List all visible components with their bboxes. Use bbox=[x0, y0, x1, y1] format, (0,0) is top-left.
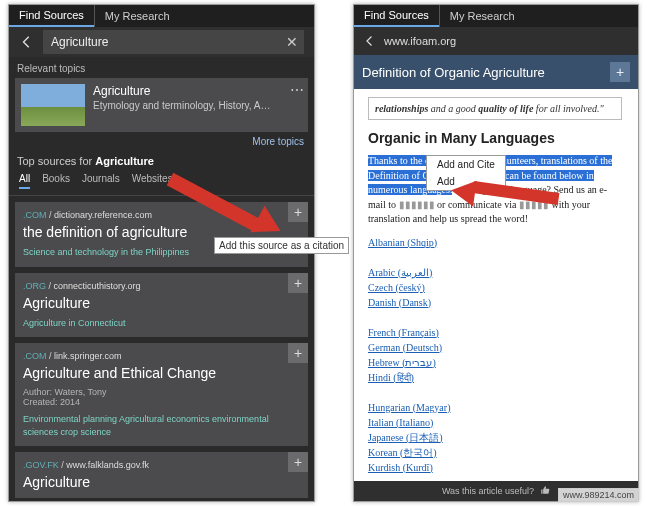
tab-find-sources[interactable]: Find Sources bbox=[354, 5, 439, 27]
tab-bar: Find Sources My Research bbox=[9, 5, 314, 27]
topic-title: Agriculture bbox=[93, 84, 273, 98]
lang-link[interactable]: Czech (český) bbox=[368, 282, 425, 293]
back-icon[interactable] bbox=[15, 30, 39, 54]
lang-link[interactable]: Danish (Dansk) bbox=[368, 297, 431, 308]
source-title: Agriculture bbox=[23, 474, 300, 490]
source-title: Agriculture and Ethical Change bbox=[23, 365, 300, 381]
filter-websites[interactable]: Websites bbox=[132, 173, 173, 189]
source-tags: Environmental planning Agricultural econ… bbox=[23, 413, 300, 438]
source-meta: Author: Waters, Tony Created: 2014 bbox=[23, 387, 300, 407]
lang-link[interactable]: Hebrew (עברית) bbox=[368, 357, 436, 368]
menu-add-and-cite[interactable]: Add and Cite bbox=[427, 156, 505, 173]
researcher-source-preview-pane: Find Sources My Research www.ifoam.org D… bbox=[353, 4, 639, 502]
add-source-button[interactable]: + bbox=[288, 343, 308, 363]
tab-my-research[interactable]: My Research bbox=[439, 5, 525, 27]
url-row: www.ifoam.org bbox=[354, 27, 638, 55]
source-card[interactable]: + .ORG / connecticuthistory.org Agricult… bbox=[15, 273, 308, 338]
page-title: Definition of Organic Agriculture bbox=[362, 65, 545, 80]
lang-link[interactable]: Hungarian (Magyar) bbox=[368, 402, 450, 413]
add-source-button[interactable]: + bbox=[288, 452, 308, 472]
clear-search-icon[interactable]: ✕ bbox=[286, 34, 298, 50]
source-card[interactable]: + .GOV.FK / www.falklands.gov.fk Agricul… bbox=[15, 452, 308, 498]
language-list: Albanian (Shqip) Arabic (العربية) Czech … bbox=[368, 235, 622, 482]
more-topics-link[interactable]: More topics bbox=[9, 132, 314, 153]
source-tags: Agriculture in Connecticut bbox=[23, 317, 300, 330]
annotation-arrow bbox=[170, 172, 270, 186]
lang-link[interactable]: Italian (Italiano) bbox=[368, 417, 433, 428]
footer-text: Was this article useful? bbox=[442, 486, 534, 496]
topic-thumbnail bbox=[21, 84, 85, 126]
topic-more-icon[interactable]: ⋯ bbox=[290, 82, 304, 98]
document-preview[interactable]: relationships and a good quality of life… bbox=[354, 89, 638, 481]
tab-bar: Find Sources My Research bbox=[354, 5, 638, 27]
watermark: www.989214.com bbox=[558, 488, 639, 502]
quote-box: relationships and a good quality of life… bbox=[368, 97, 622, 120]
lang-link[interactable]: Korean (한국어) bbox=[368, 447, 437, 458]
add-page-button[interactable]: + bbox=[610, 62, 630, 82]
search-row: ✕ bbox=[9, 27, 314, 57]
add-source-button[interactable]: + bbox=[288, 273, 308, 293]
page-title-bar: Definition of Organic Agriculture + bbox=[354, 55, 638, 89]
add-source-tooltip: Add this source as a citation bbox=[214, 237, 349, 254]
lang-link[interactable]: Hindi (हिंदी) bbox=[368, 372, 414, 383]
lang-link[interactable]: Arabic (العربية) bbox=[368, 267, 432, 278]
topic-card[interactable]: Agriculture Etymology and terminology, H… bbox=[15, 78, 308, 132]
filter-journals[interactable]: Journals bbox=[82, 173, 120, 189]
topic-subtitle: Etymology and terminology, History, Agri… bbox=[93, 100, 273, 111]
tab-my-research[interactable]: My Research bbox=[94, 5, 180, 27]
filter-all[interactable]: All bbox=[19, 173, 30, 189]
back-icon[interactable] bbox=[362, 29, 378, 53]
source-title: Agriculture bbox=[23, 295, 300, 311]
lang-link[interactable]: French (Français) bbox=[368, 327, 439, 338]
top-sources-heading: Top sources for Agriculture bbox=[9, 153, 314, 169]
thumbs-up-icon[interactable] bbox=[540, 485, 550, 497]
source-url: www.ifoam.org bbox=[384, 35, 456, 47]
source-card[interactable]: + .COM / link.springer.com Agriculture a… bbox=[15, 343, 308, 446]
search-input[interactable] bbox=[49, 34, 286, 50]
tab-find-sources[interactable]: Find Sources bbox=[9, 5, 94, 27]
filter-books[interactable]: Books bbox=[42, 173, 70, 189]
relevant-topics-label: Relevant topics bbox=[9, 57, 314, 78]
search-box[interactable]: ✕ bbox=[43, 30, 304, 54]
lang-link[interactable]: German (Deutsch) bbox=[368, 342, 442, 353]
lang-link[interactable]: Kurdish (Kurdî) bbox=[368, 462, 433, 473]
lang-link[interactable]: Albanian (Shqip) bbox=[368, 237, 437, 248]
lang-link[interactable]: Japanese (日本語) bbox=[368, 432, 443, 443]
doc-heading: Organic in Many Languages bbox=[368, 130, 622, 146]
add-source-button[interactable]: + bbox=[288, 202, 308, 222]
